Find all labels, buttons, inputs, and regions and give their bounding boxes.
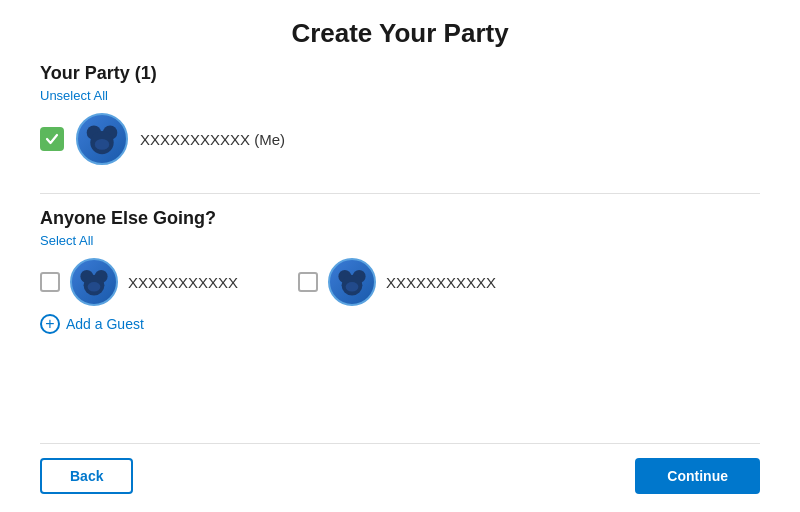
party-member-row: XXXXXXXXXXX (Me) (40, 113, 760, 165)
svg-point-11 (346, 282, 359, 292)
your-party-title: Your Party (1) (40, 63, 760, 84)
continue-button[interactable]: Continue (635, 458, 760, 494)
guest-item-1: XXXXXXXXXXX (40, 258, 238, 306)
section-divider (40, 193, 760, 194)
checkmark-icon (45, 132, 59, 146)
anyone-else-section: Anyone Else Going? Select All XXXXXXXXXX… (40, 208, 760, 334)
mickey-mouse-icon-1 (78, 266, 110, 298)
svg-point-7 (88, 282, 101, 292)
guest-1-avatar (70, 258, 118, 306)
unselect-all-link[interactable]: Unselect All (40, 88, 108, 103)
your-party-section: Your Party (1) Unselect All XXXXX (40, 63, 760, 171)
back-button[interactable]: Back (40, 458, 133, 494)
page-title: Create Your Party (40, 0, 760, 63)
mickey-mouse-icon-2 (336, 266, 368, 298)
mickey-mouse-icon (84, 121, 120, 157)
guest-2-checkbox[interactable] (298, 272, 318, 292)
guest-1-checkbox[interactable] (40, 272, 60, 292)
anyone-else-title: Anyone Else Going? (40, 208, 760, 229)
avatar (76, 113, 128, 165)
guest-item-2: XXXXXXXXXXX (298, 258, 496, 306)
guest-1-name: XXXXXXXXXXX (128, 274, 238, 291)
guest-2-name: XXXXXXXXXXX (386, 274, 496, 291)
add-circle-icon: + (40, 314, 60, 334)
add-guest-button[interactable]: + Add a Guest (40, 314, 760, 334)
guests-row: XXXXXXXXXXX XXXXXXXXXXX (40, 258, 760, 306)
svg-point-3 (95, 139, 109, 150)
guest-2-avatar (328, 258, 376, 306)
add-guest-label: Add a Guest (66, 316, 144, 332)
checked-checkbox[interactable] (40, 127, 64, 151)
party-member-name: XXXXXXXXXXX (Me) (140, 131, 285, 148)
select-all-link[interactable]: Select All (40, 233, 93, 248)
footer-buttons: Back Continue (40, 443, 760, 494)
